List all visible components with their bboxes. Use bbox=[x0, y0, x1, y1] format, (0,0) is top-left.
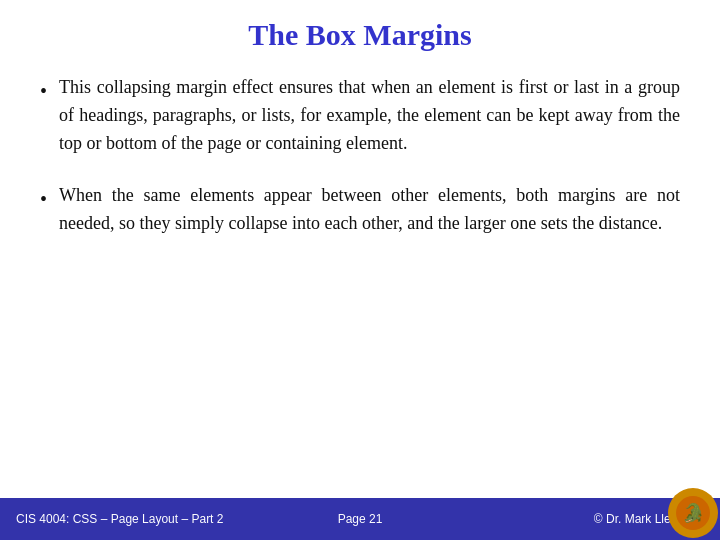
main-content: The Box Margins • This collapsing margin… bbox=[0, 0, 720, 498]
footer-bar: CIS 4004: CSS – Page Layout – Part 2 Pag… bbox=[0, 498, 720, 540]
logo-inner-circle: 🐊 bbox=[676, 496, 710, 530]
bullet-text-1: This collapsing margin effect ensures th… bbox=[59, 74, 680, 158]
bullet-dot-1: • bbox=[40, 76, 47, 107]
logo-glyph: 🐊 bbox=[682, 502, 704, 524]
bullet-text-2: When the same elements appear between ot… bbox=[59, 182, 680, 238]
bullet-dot-2: • bbox=[40, 184, 47, 215]
footer-page: Page 21 bbox=[338, 512, 383, 526]
slide-title: The Box Margins bbox=[40, 18, 680, 52]
bullet-item-1: • This collapsing margin effect ensures … bbox=[40, 74, 680, 158]
footer-logo: 🐊 bbox=[666, 486, 720, 540]
bullet-item-2: • When the same elements appear between … bbox=[40, 182, 680, 238]
logo-outer-circle: 🐊 bbox=[668, 488, 718, 538]
slide-container: The Box Margins • This collapsing margin… bbox=[0, 0, 720, 540]
bullet-list: • This collapsing margin effect ensures … bbox=[40, 74, 680, 261]
footer-course: CIS 4004: CSS – Page Layout – Part 2 bbox=[16, 512, 223, 526]
